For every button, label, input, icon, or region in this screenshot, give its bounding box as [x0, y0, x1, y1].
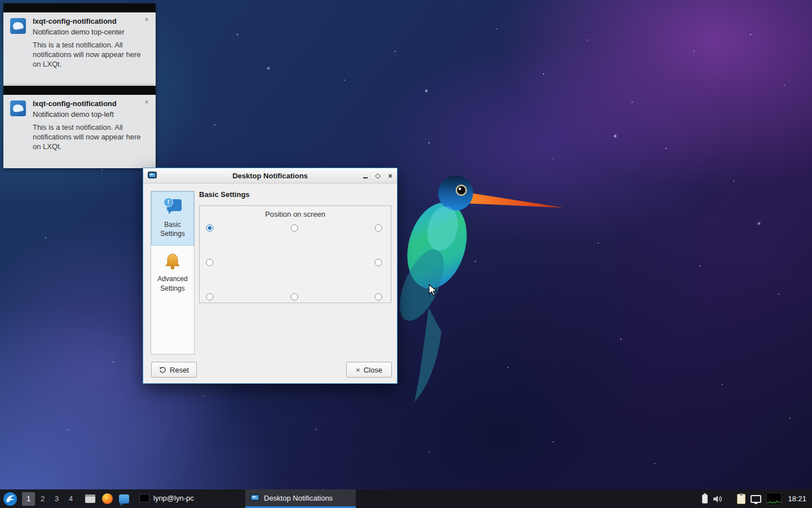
- taskbar-task-terminal[interactable]: lynp@lyn-pc: [135, 489, 245, 508]
- reset-button-label: Reset: [170, 366, 189, 374]
- notification-body: lxqt-config-notificationd Notification d…: [3, 12, 156, 73]
- lxqt-app-icon: [10, 100, 26, 116]
- chat-icon[interactable]: [117, 492, 131, 506]
- position-on-screen-group: Position on screen: [199, 205, 391, 303]
- clock[interactable]: 18:21: [788, 494, 806, 503]
- notification-text: lxqt-config-notificationd Notification d…: [33, 99, 145, 152]
- radio-position-middle-right[interactable]: [375, 259, 382, 266]
- lxqt-menu-button[interactable]: [2, 491, 18, 507]
- lxqt-app-icon: [10, 18, 26, 34]
- system-monitor-graph[interactable]: [766, 493, 782, 505]
- notification-popup[interactable]: lxqt-config-notificationd Notification d…: [3, 3, 156, 86]
- sidebar-item-advanced-settings[interactable]: Advanced Settings: [151, 246, 194, 300]
- radio-position-top-center[interactable]: [291, 225, 298, 232]
- terminal-icon: [139, 494, 149, 502]
- maximize-icon[interactable]: [373, 172, 382, 181]
- notification-message: This is a test notification. All notific…: [33, 41, 145, 69]
- firefox-icon[interactable]: [100, 492, 114, 506]
- radio-position-middle-left[interactable]: [206, 259, 214, 266]
- desktop: lxqt-config-notificationd Notification d…: [0, 0, 812, 508]
- stars-decoration: [0, 0, 1, 1]
- window-titlebar[interactable]: Desktop Notifications ×: [143, 168, 397, 183]
- notification-summary: Notification demo top-center: [33, 28, 145, 37]
- notification-summary: Notification demo top-left: [33, 110, 145, 120]
- notification-app-name: lxqt-config-notificationd: [33, 17, 145, 25]
- notification-text: lxqt-config-notificationd Notification d…: [33, 17, 145, 69]
- workspace-button-3[interactable]: 3: [50, 492, 63, 506]
- notification-close-icon[interactable]: ×: [142, 98, 151, 107]
- lxqt-logo-icon: [3, 492, 17, 506]
- radio-position-bottom-left[interactable]: [206, 294, 214, 301]
- basic-settings-bubble-icon: !: [162, 198, 183, 217]
- sidebar-item-label: Basic Settings: [153, 220, 192, 238]
- notification-popup[interactable]: lxqt-config-notificationd Notification d…: [3, 86, 156, 168]
- workspace-button-2[interactable]: 2: [36, 492, 49, 506]
- volume-icon[interactable]: [713, 494, 723, 503]
- minimize-icon[interactable]: [361, 172, 370, 181]
- close-icon[interactable]: ×: [386, 172, 395, 181]
- sidebar-item-label: Advanced Settings: [153, 274, 192, 292]
- reset-button[interactable]: Reset: [151, 362, 197, 378]
- taskbar: 1 2 3 4 lynp@lyn-pc Desktop Notification…: [0, 489, 812, 508]
- hummingbird-wallpaper-image: [389, 164, 575, 406]
- advanced-settings-bell-icon: [162, 252, 183, 271]
- desktop-notifications-window: Desktop Notifications × ! Basic Settings: [143, 168, 398, 384]
- window-title: Desktop Notifications: [143, 172, 397, 180]
- launcher-window-icon[interactable]: [83, 492, 97, 506]
- display-icon[interactable]: [751, 495, 761, 503]
- groupbox-title: Position on screen: [200, 210, 391, 218]
- close-button-label: Close: [364, 366, 382, 374]
- notification-message: This is a test notification. All notific…: [33, 123, 145, 152]
- reset-icon: [159, 366, 166, 374]
- window-controls: ×: [361, 168, 395, 183]
- taskbar-task-desktop-notifications[interactable]: Desktop Notifications: [245, 489, 356, 508]
- notification-app-name: lxqt-config-notificationd: [33, 99, 145, 108]
- desktop-notifications-icon: [250, 494, 260, 502]
- close-x-icon: ×: [356, 366, 360, 374]
- notification-top-bar: [3, 3, 156, 12]
- system-tray: 18:21: [702, 493, 810, 505]
- clipboard-icon[interactable]: [737, 494, 745, 504]
- battery-icon[interactable]: [702, 494, 708, 503]
- notification-close-icon[interactable]: ×: [142, 16, 151, 25]
- workspace-button-4[interactable]: 4: [64, 492, 77, 506]
- radio-position-top-right[interactable]: [375, 225, 382, 232]
- radio-position-bottom-center[interactable]: [291, 294, 298, 301]
- notification-body: lxqt-config-notificationd Notification d…: [3, 95, 156, 155]
- page-heading: Basic Settings: [199, 190, 250, 199]
- radio-position-bottom-right[interactable]: [375, 294, 382, 301]
- notification-top-bar: [3, 86, 156, 95]
- close-button[interactable]: × Close: [346, 362, 392, 378]
- settings-sidebar: ! Basic Settings Advanced Settings: [151, 191, 195, 354]
- sidebar-item-basic-settings[interactable]: ! Basic Settings: [151, 191, 194, 246]
- workspace-button-1[interactable]: 1: [22, 492, 35, 506]
- mouse-cursor: [429, 284, 438, 296]
- radio-position-top-left[interactable]: [206, 225, 214, 232]
